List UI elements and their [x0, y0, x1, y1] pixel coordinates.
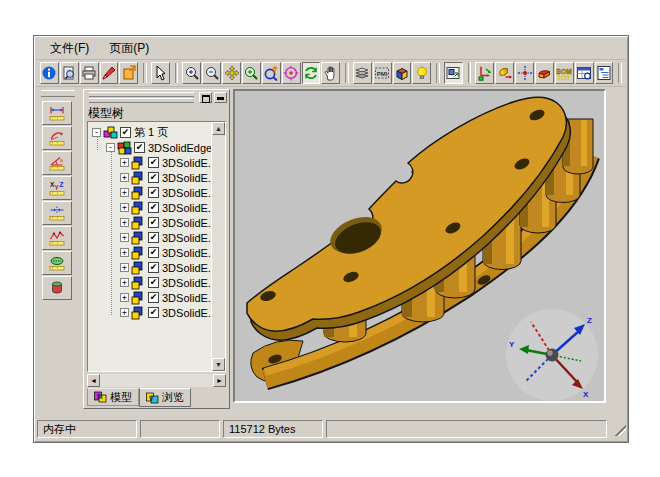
svg-text:V: V — [149, 394, 154, 401]
axis-triad: Z X Y — [506, 309, 598, 401]
tree-row-part[interactable]: 3DSolidE. — [90, 305, 211, 320]
tree-row-part[interactable]: 3DSolidE. — [90, 275, 211, 290]
visibility-checkbox[interactable] — [148, 172, 159, 183]
expand-toggle-icon[interactable] — [120, 173, 129, 182]
light-icon[interactable] — [412, 62, 431, 84]
menu-item[interactable]: 文件(F) — [42, 38, 97, 59]
menu-item[interactable]: 页面(P) — [101, 38, 157, 59]
visibility-checkbox[interactable] — [148, 292, 159, 303]
select-cursor-icon[interactable] — [151, 62, 170, 84]
svg-text:a: a — [60, 157, 64, 163]
visibility-checkbox[interactable] — [148, 307, 159, 318]
bom-icon[interactable]: BOM — [555, 62, 574, 84]
measure-xyz-icon[interactable]: XYZ — [42, 176, 72, 200]
panel-title-bar[interactable] — [84, 90, 229, 105]
tab-browse[interactable]: V 浏览 — [139, 388, 191, 407]
scroll-down-icon[interactable]: ▼ — [212, 358, 225, 371]
tree-row-part[interactable]: 3DSolidE. — [90, 245, 211, 260]
tree-row-part[interactable]: 3DSolidE. — [90, 230, 211, 245]
tree-row-part[interactable]: 3DSolidE. — [90, 215, 211, 230]
visibility-checkbox[interactable] — [148, 262, 159, 273]
visibility-checkbox[interactable] — [148, 217, 159, 228]
expand-toggle-icon[interactable] — [120, 278, 129, 287]
svg-text:PMI: PMI — [377, 71, 388, 77]
assembly-transform-icon[interactable] — [475, 62, 494, 84]
move-part-icon[interactable] — [495, 62, 514, 84]
measure-distance-icon[interactable] — [42, 101, 72, 125]
hand-pan-icon[interactable] — [321, 62, 340, 84]
panel-float-button[interactable] — [199, 92, 212, 103]
tree-row-part[interactable]: 3DSolidE. — [90, 290, 211, 305]
tree-row-assembly[interactable]: 3DSolidEdge. — [90, 140, 211, 155]
panel-grip[interactable] — [89, 92, 194, 103]
tree-list-icon[interactable] — [595, 62, 614, 84]
tree-row-part[interactable]: 3DSolidE. — [90, 200, 211, 215]
collapse-toggle-icon[interactable] — [92, 128, 101, 137]
tree-item-label: 3DSolidE. — [162, 292, 211, 304]
tree-row-page[interactable]: 第 1 页 — [90, 125, 211, 140]
measure-area-icon[interactable] — [42, 251, 72, 275]
expand-toggle-icon[interactable] — [120, 308, 129, 317]
zoom-out-icon[interactable] — [202, 62, 221, 84]
toolbar-grip[interactable] — [41, 90, 75, 97]
section-wedge-icon[interactable] — [535, 62, 554, 84]
report-table-icon[interactable] — [575, 62, 594, 84]
tree-item-label: 3DSolidE. — [162, 172, 211, 184]
export-page-icon[interactable] — [119, 62, 138, 84]
zoom-window-icon[interactable] — [242, 62, 261, 84]
visibility-checkbox[interactable] — [148, 247, 159, 258]
zoom-in-icon[interactable] — [182, 62, 201, 84]
scroll-right-icon[interactable]: ► — [213, 374, 226, 387]
scroll-left-icon[interactable]: ◄ — [87, 374, 100, 387]
expand-toggle-icon[interactable] — [120, 218, 129, 227]
expand-toggle-icon[interactable] — [120, 203, 129, 212]
tree-row-part[interactable]: 3DSolidE. — [90, 185, 211, 200]
measure-gap-icon[interactable] — [42, 201, 72, 225]
expand-toggle-icon[interactable] — [120, 248, 129, 257]
visibility-checkbox[interactable] — [148, 202, 159, 213]
expand-toggle-icon[interactable] — [120, 263, 129, 272]
tree-horizontal-scrollbar[interactable]: ◄ ► — [87, 374, 226, 387]
expand-toggle-icon[interactable] — [120, 233, 129, 242]
spin-icon[interactable] — [302, 62, 321, 84]
tree-row-part[interactable]: 3DSolidE. — [90, 155, 211, 170]
print-preview-icon[interactable] — [60, 62, 79, 84]
toolbar-separator — [345, 63, 349, 83]
layers-icon[interactable] — [353, 62, 372, 84]
pmi-icon[interactable]: PMI — [373, 62, 392, 84]
tree-row-part[interactable]: 3DSolidE. — [90, 170, 211, 185]
part-cubes-icon — [131, 231, 146, 245]
tree-row-part[interactable]: 3DSolidE. — [90, 260, 211, 275]
print-icon[interactable] — [80, 62, 99, 84]
collapse-toggle-icon[interactable] — [106, 143, 115, 152]
tab-model[interactable]: M 模型 — [87, 388, 139, 406]
measure-angle-icon[interactable]: a — [42, 151, 72, 175]
visibility-checkbox[interactable] — [120, 127, 131, 138]
resize-grip-icon[interactable] — [612, 422, 626, 436]
explode-icon[interactable] — [515, 62, 534, 84]
view-cube-icon[interactable] — [393, 62, 412, 84]
scroll-up-icon[interactable]: ▲ — [212, 122, 225, 135]
visibility-checkbox[interactable] — [148, 187, 159, 198]
orbit-icon[interactable] — [262, 62, 281, 84]
visibility-checkbox[interactable] — [134, 142, 145, 153]
tree-rows: 第 1 页 3DSolidEdge. 3DS — [90, 125, 211, 320]
measure-volume-icon[interactable] — [42, 276, 72, 300]
info-icon[interactable] — [40, 62, 59, 84]
expand-toggle-icon[interactable] — [120, 158, 129, 167]
tree-vertical-scrollbar[interactable]: ▲ ▼ — [211, 122, 225, 371]
measure-curve-icon[interactable] — [42, 226, 72, 250]
expand-toggle-icon[interactable] — [120, 293, 129, 302]
panel-hide-button[interactable] — [214, 92, 227, 103]
markup-pencil-icon[interactable] — [100, 62, 119, 84]
visibility-checkbox[interactable] — [148, 277, 159, 288]
expand-toggle-icon[interactable] — [120, 188, 129, 197]
image-frame-icon[interactable] — [444, 62, 463, 84]
measure-radius-icon[interactable] — [42, 126, 72, 150]
visibility-checkbox[interactable] — [148, 232, 159, 243]
tree-title: 模型树 — [84, 105, 229, 121]
visibility-checkbox[interactable] — [148, 157, 159, 168]
pan-icon[interactable] — [222, 62, 241, 84]
rotate-target-icon[interactable] — [282, 62, 301, 84]
3d-viewport[interactable]: Z X Y — [233, 89, 606, 403]
